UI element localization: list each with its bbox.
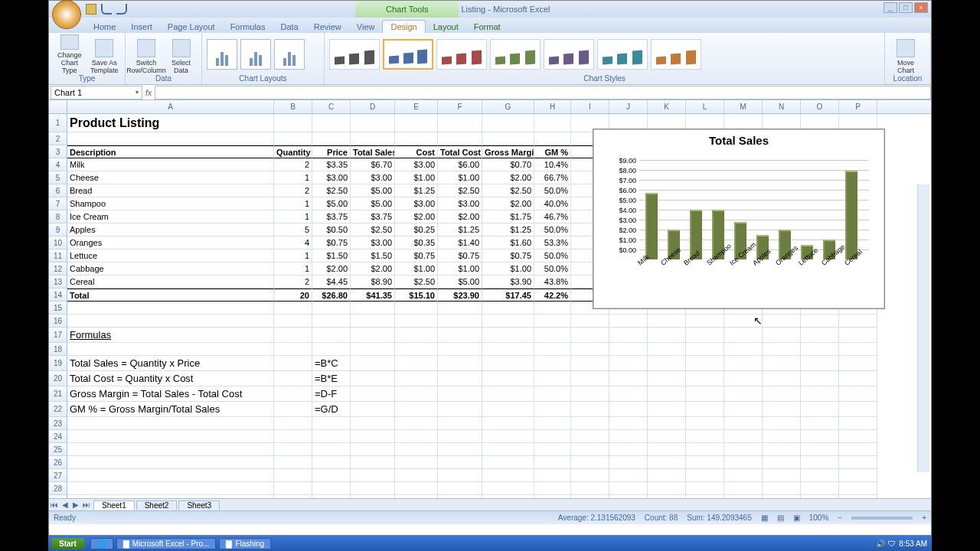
cell[interactable] bbox=[312, 469, 351, 482]
cell[interactable] bbox=[395, 315, 438, 328]
cell[interactable]: $3.00 bbox=[438, 197, 482, 210]
sheet-tab[interactable]: Sheet1 bbox=[93, 500, 135, 510]
chart-style-thumb[interactable] bbox=[383, 39, 433, 70]
cell[interactable] bbox=[438, 402, 482, 417]
cell[interactable]: $1.25 bbox=[395, 184, 438, 197]
cell[interactable] bbox=[801, 443, 839, 456]
zoom-in-button[interactable]: + bbox=[922, 514, 926, 522]
cell[interactable] bbox=[609, 402, 648, 417]
cell[interactable]: Total bbox=[67, 289, 274, 302]
cell[interactable] bbox=[686, 343, 724, 356]
cell[interactable]: Oranges bbox=[67, 236, 274, 249]
cell[interactable] bbox=[609, 430, 648, 443]
cell[interactable]: $0.70 bbox=[482, 158, 534, 171]
cell[interactable]: $2.00 bbox=[482, 197, 534, 210]
cell[interactable] bbox=[801, 430, 839, 443]
cell[interactable]: $5.00 bbox=[351, 184, 395, 197]
cell[interactable]: GM % bbox=[534, 145, 571, 158]
cell[interactable] bbox=[351, 315, 395, 328]
cell[interactable]: $6.70 bbox=[351, 158, 395, 171]
cell[interactable]: Cost bbox=[395, 145, 438, 158]
formula-bar[interactable] bbox=[155, 86, 931, 99]
cell[interactable] bbox=[312, 456, 351, 469]
cell[interactable] bbox=[351, 417, 395, 430]
cell[interactable] bbox=[839, 443, 877, 456]
cell[interactable] bbox=[534, 302, 571, 315]
cell[interactable] bbox=[395, 469, 438, 482]
cell[interactable]: Shampoo bbox=[67, 197, 274, 210]
tab-review[interactable]: Review bbox=[306, 21, 349, 33]
cell[interactable] bbox=[482, 430, 534, 443]
cell[interactable] bbox=[724, 482, 763, 495]
cell[interactable] bbox=[724, 430, 763, 443]
cell[interactable] bbox=[482, 482, 534, 495]
cell[interactable] bbox=[482, 302, 534, 315]
cell[interactable]: 42.2% bbox=[534, 289, 571, 302]
cell[interactable] bbox=[839, 456, 877, 469]
cell[interactable]: $2.00 bbox=[482, 171, 534, 184]
cell[interactable]: Gross Margin bbox=[482, 145, 534, 158]
cell[interactable] bbox=[763, 456, 801, 469]
chart-style-thumb[interactable] bbox=[329, 39, 380, 70]
cell[interactable]: $1.00 bbox=[482, 262, 534, 276]
start-button[interactable]: Start bbox=[51, 538, 84, 549]
cell[interactable]: 53.3% bbox=[534, 236, 571, 249]
cell[interactable] bbox=[482, 443, 534, 456]
cell[interactable] bbox=[534, 469, 571, 482]
cell[interactable] bbox=[571, 482, 609, 495]
cell[interactable]: $0.75 bbox=[312, 236, 351, 249]
taskbar-app-flashing[interactable]: ▇Flashing bbox=[219, 538, 271, 549]
row-header[interactable]: 11 bbox=[49, 249, 67, 262]
cell[interactable] bbox=[482, 495, 534, 498]
cell[interactable]: 46.7% bbox=[534, 210, 571, 223]
tab-design[interactable]: Design bbox=[382, 20, 425, 33]
tab-format[interactable]: Format bbox=[466, 21, 508, 33]
row-header[interactable]: 17 bbox=[49, 328, 67, 343]
cell[interactable]: $1.50 bbox=[351, 249, 395, 262]
cell[interactable] bbox=[724, 402, 763, 417]
row-header[interactable]: 29 bbox=[49, 495, 67, 498]
cell[interactable] bbox=[648, 371, 686, 386]
cell[interactable] bbox=[763, 495, 801, 498]
sheet-nav-next[interactable]: ▶ bbox=[70, 500, 81, 509]
cell[interactable] bbox=[274, 302, 312, 315]
tab-page-layout[interactable]: Page Layout bbox=[160, 21, 223, 33]
cell[interactable] bbox=[839, 371, 877, 386]
cell[interactable] bbox=[438, 114, 482, 132]
cell[interactable] bbox=[482, 469, 534, 482]
tab-view[interactable]: View bbox=[349, 21, 383, 33]
cell[interactable] bbox=[312, 114, 351, 132]
cell[interactable] bbox=[67, 482, 274, 495]
cell[interactable] bbox=[571, 456, 609, 469]
cell[interactable] bbox=[534, 402, 571, 417]
cell[interactable] bbox=[312, 132, 351, 145]
column-header[interactable]: D bbox=[351, 100, 395, 113]
chart-layout-thumb[interactable] bbox=[274, 39, 305, 70]
cell[interactable] bbox=[312, 343, 351, 356]
cell[interactable] bbox=[395, 443, 438, 456]
cell[interactable]: $0.25 bbox=[395, 223, 438, 236]
cell[interactable] bbox=[839, 417, 877, 430]
cell[interactable] bbox=[274, 356, 312, 371]
row-header[interactable]: 27 bbox=[49, 469, 67, 482]
cell[interactable] bbox=[395, 417, 438, 430]
cell[interactable] bbox=[67, 469, 274, 482]
cell[interactable] bbox=[763, 328, 801, 343]
cell[interactable]: Total Cost bbox=[438, 145, 482, 158]
cell[interactable] bbox=[438, 482, 482, 495]
embedded-chart[interactable]: Total Sales $9.00$8.00$7.00$6.00$5.00$4.… bbox=[593, 129, 885, 309]
cell[interactable] bbox=[274, 402, 312, 417]
cell[interactable] bbox=[571, 430, 609, 443]
cell[interactable] bbox=[482, 386, 534, 402]
cell[interactable] bbox=[724, 328, 763, 343]
cell[interactable]: $5.00 bbox=[351, 197, 395, 210]
cell[interactable]: 10.4% bbox=[534, 158, 571, 171]
cell[interactable] bbox=[274, 443, 312, 456]
cell[interactable] bbox=[648, 315, 686, 328]
cell[interactable] bbox=[67, 343, 274, 356]
cell[interactable]: $3.90 bbox=[482, 276, 534, 289]
cell[interactable] bbox=[438, 443, 482, 456]
row-header[interactable]: 9 bbox=[49, 223, 67, 236]
cell[interactable] bbox=[351, 114, 395, 132]
cell[interactable]: Bread bbox=[67, 184, 274, 197]
